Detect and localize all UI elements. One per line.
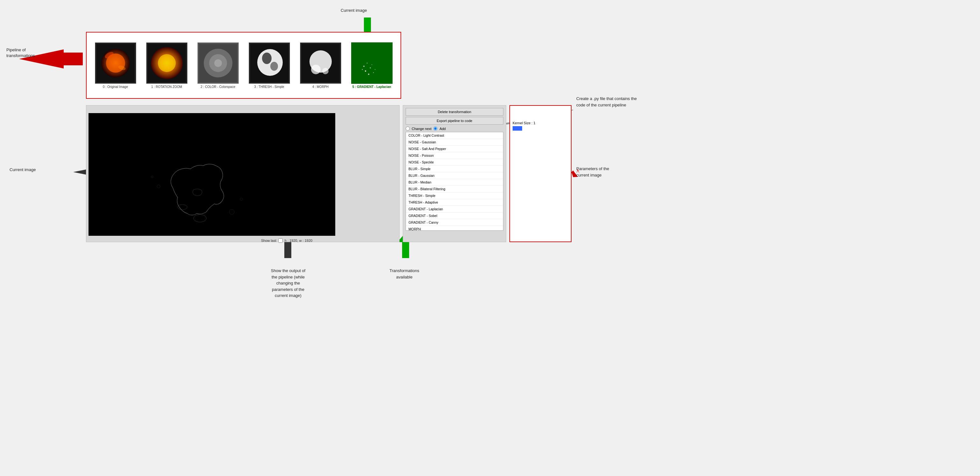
transform-item-11[interactable]: GRADIENT - Laplacian: [406, 206, 503, 212]
mode-radio-row: Change next Add: [406, 126, 503, 131]
pipeline-label-text: Pipeline of transformations: [6, 48, 35, 58]
pipeline-item-5[interactable]: 5 : GRADIENT - Laplacian: [348, 42, 396, 89]
add-radio[interactable]: [433, 126, 438, 131]
svg-point-22: [214, 59, 222, 67]
pipeline-thumb-1: [146, 42, 188, 84]
params-panel: Kernel Size : 1: [509, 105, 571, 242]
kernel-size-slider[interactable]: [512, 126, 522, 131]
transformations-list[interactable]: COLOR - Light ContrastNOISE - GaussianNO…: [406, 132, 503, 231]
transform-item-9[interactable]: THRESH - Simple: [406, 192, 503, 199]
svg-point-38: [375, 69, 375, 70]
change-next-label: Change next: [412, 127, 431, 131]
svg-point-35: [373, 72, 374, 73]
svg-point-36: [368, 73, 369, 75]
kernel-size-label: Kernel Size : 1: [512, 121, 568, 125]
export-annotation: Create a .py file that contains the code…: [576, 96, 656, 108]
pipeline-thumb-2: [197, 42, 239, 84]
transform-item-6[interactable]: BLUR - Gaussian: [406, 173, 503, 179]
svg-point-40: [372, 64, 372, 65]
add-label: Add: [439, 127, 446, 131]
bottom-annotation-1: Show the output of the pipeline (while c…: [261, 268, 315, 299]
transform-item-0[interactable]: COLOR - Light Contrast: [406, 132, 503, 139]
pipeline-label-3: 3 : THRESH - Simple: [254, 85, 284, 89]
show-last-row: Show last h : 1920, w : 1920: [261, 238, 312, 243]
transform-item-14[interactable]: MORPH: [406, 226, 503, 231]
pipeline-thumb-0: [95, 42, 136, 84]
pipeline-label-4: 4 : MORPH: [312, 85, 329, 89]
transform-item-10[interactable]: THRESH - Adaptive: [406, 199, 503, 206]
svg-point-32: [365, 70, 366, 72]
svg-point-37: [362, 69, 363, 70]
pipeline-thumb-5: [351, 42, 393, 84]
current-image-main-label: Current image: [10, 167, 36, 172]
pipeline-container: 0 : Original Image 1 : ROTATION ZOOM: [86, 32, 401, 99]
pipeline-item-1[interactable]: 1 : ROTATION ZOOM: [143, 42, 191, 89]
svg-point-39: [366, 62, 368, 63]
pipeline-item-2[interactable]: 2 : COLOR - Colorspace: [194, 42, 242, 89]
pipeline-label-2: 2 : COLOR - Colorspace: [200, 85, 235, 89]
pipeline-label-1: 1 : ROTATION ZOOM: [151, 85, 182, 89]
bottom-annotation-2: Transformations available: [379, 268, 430, 280]
right-panel: Delete transformation Export pipeline to…: [403, 105, 506, 242]
show-last-label: Show last: [261, 239, 276, 243]
current-image-top-annotation: Current image: [340, 8, 367, 13]
transform-item-12[interactable]: GRADIENT - Sobel: [406, 212, 503, 219]
transform-item-4[interactable]: NOISE - Speckle: [406, 159, 503, 166]
pipeline-label-0: 0 : Original Image: [103, 85, 128, 89]
pipeline-item-4[interactable]: 4 : MORPH: [296, 42, 345, 89]
transform-item-3[interactable]: NOISE - Poisson: [406, 152, 503, 159]
svg-rect-41: [89, 113, 335, 236]
canvas-display: [89, 113, 335, 236]
dimensions-label: h : 1920, w : 1920: [285, 239, 312, 243]
export-pipeline-button[interactable]: Export pipeline to code: [406, 117, 503, 125]
show-last-checkbox[interactable]: [278, 238, 283, 243]
transform-item-1[interactable]: NOISE - Gaussian: [406, 139, 503, 145]
transform-item-13[interactable]: GRADIENT - Canny: [406, 219, 503, 226]
change-next-radio[interactable]: [406, 126, 410, 131]
svg-point-29: [311, 65, 321, 74]
svg-point-18: [158, 54, 176, 72]
pipeline-item-3[interactable]: 3 : THRESH - Simple: [245, 42, 293, 89]
pipeline-thumb-3: [249, 42, 290, 84]
svg-point-25: [262, 53, 272, 64]
pipeline-thumb-4: [300, 42, 341, 84]
transform-item-8[interactable]: BLUR - Bilateral Filtering: [406, 186, 503, 192]
transform-item-5[interactable]: BLUR - Simple: [406, 166, 503, 173]
svg-point-30: [322, 68, 329, 74]
svg-point-33: [370, 67, 371, 68]
pipeline-label-5: 5 : GRADIENT - Laplacian: [352, 85, 391, 89]
params-annotation: Parameters of the current image: [576, 166, 640, 178]
pipeline-item-0[interactable]: 0 : Original Image: [91, 42, 140, 89]
transform-item-2[interactable]: NOISE - Salt And Pepper: [406, 145, 503, 152]
transform-item-7[interactable]: BLUR - Median: [406, 179, 503, 186]
svg-point-34: [363, 65, 364, 67]
pipeline-label: Pipeline of transformations: [6, 47, 35, 59]
svg-point-26: [270, 62, 278, 71]
delete-transformation-button[interactable]: Delete transformation: [406, 108, 503, 116]
svg-rect-31: [353, 44, 391, 82]
